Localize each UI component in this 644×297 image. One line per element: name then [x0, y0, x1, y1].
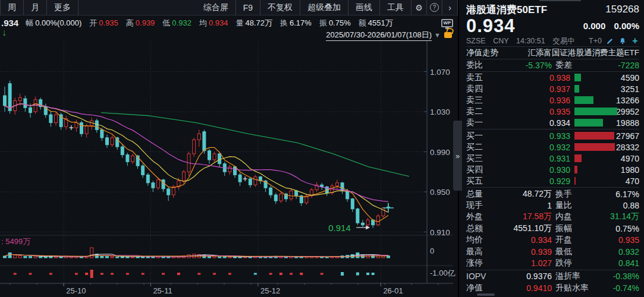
stat-value: 1 [497, 201, 552, 210]
edit-pencil-icon[interactable] [606, 37, 614, 45]
wencai-wp-icon[interactable]: WP [441, 19, 453, 27]
ask-row[interactable]: 卖四0.9373251 [466, 83, 639, 94]
chevron-down-icon[interactable]: ▼ [434, 31, 441, 39]
quote-time: 14:30:51 [516, 37, 545, 45]
svg-text:26-01: 26-01 [383, 286, 403, 295]
security-name: 港股通消费50ETF [466, 3, 547, 17]
toolbar-button-更多[interactable]: 更多 [47, 0, 78, 15]
toolbar-button-画线[interactable]: 画线 [348, 0, 380, 15]
quote-info-bar: .934 幅0.00%(0.000)开0.935高0.939低0.932均0.9… [0, 16, 458, 30]
range-bar: ↓ 2025/07/30-2026/01/07(108日) ▼ [0, 30, 458, 40]
stat-row: 总额4551.10万振幅0.75% [466, 223, 639, 234]
stat-label: 最低 [552, 247, 599, 257]
add-to-watchlist-icon[interactable]: + [631, 37, 639, 45]
bid-price: 0.933 [491, 131, 570, 141]
bid-row[interactable]: 买二0.93228332 [466, 141, 639, 153]
ask-levels: 卖五0.9384590卖四0.9373251卖三0.93613266卖二0.93… [466, 72, 639, 128]
info-field-额: 额4551万 [359, 18, 393, 29]
stat-value: 48.72万 [497, 189, 552, 200]
collapse-panel-handle[interactable]: » [453, 121, 462, 191]
svg-text:0: 0 [430, 247, 434, 255]
info-field-value: 0.00%(0.000) [35, 18, 81, 27]
info-field-开: 开0.935 [89, 18, 118, 29]
info-field-label: 低 [162, 18, 170, 29]
stat-row: 最高0.939最低0.932 [466, 246, 639, 257]
date-range-selector[interactable]: 2025/07/30-2026/01/07(108日) [326, 30, 432, 41]
settings-gear-icon[interactable]: ⚙ [411, 0, 427, 15]
ask-row[interactable]: 卖一0.93419888 [466, 117, 639, 128]
ask-row[interactable]: 卖三0.93613266 [466, 94, 639, 106]
stat-value: 17.58万 [497, 211, 552, 222]
nav-stats-grid: IOPV0.9376溢折率-0.38%净值0.9410升贴水率-0.74% [466, 271, 639, 294]
toolbar-button-工具[interactable]: 工具 [380, 0, 411, 15]
info-field-量: 量48.72万 [235, 18, 272, 29]
stat-value: 31.14万 [599, 211, 639, 222]
info-field-低: 低0.932 [162, 18, 191, 29]
toolbar-button-不复权[interactable]: 不复权 [260, 0, 300, 15]
stat-label: 外盘 [466, 211, 497, 222]
ask-row[interactable]: 卖二0.93529952 [466, 106, 639, 117]
stat-value: 0.939 [497, 247, 552, 257]
stat-value: 0.9376 [497, 271, 552, 281]
infobar-price: .934 [1, 18, 18, 28]
bid-volume-bar [574, 132, 614, 140]
stat-label: 净值 [466, 283, 497, 293]
stat-row: 现手1量比0.88 [466, 200, 639, 211]
toolbar-button-周[interactable]: 周 [0, 0, 24, 15]
ask-label: 卖二 [466, 106, 491, 117]
info-field-均: 均0.934 [199, 18, 228, 29]
nav-fund-row[interactable]: 净值走势 汇添富国证港股通消费主题ETF [466, 47, 639, 59]
trading-status: 交易中 [552, 37, 575, 45]
stat-value: -0.74% [599, 283, 639, 293]
tool-menu: 综合屏F9不复权超级叠加画线工具⚙?› [196, 0, 458, 15]
kline-chart[interactable]: 1.0701.0300.9900.9500.91025-1025-1125-12… [0, 0, 458, 297]
quote-panel: 港股通消费50ETF 159268 0.934 0.000 0.00% SZSE… [458, 0, 644, 297]
info-field-换: 换6.17% [280, 18, 312, 29]
stats-grid: 总量48.72万换手6.17%现手1量比0.88外盘17.58万内盘31.14万… [466, 188, 639, 269]
weicha-value: -7228 [598, 61, 639, 70]
bid-row[interactable]: 买四0.9301980 [466, 164, 639, 175]
toolbar-button-综合屏[interactable]: 综合屏 [196, 0, 236, 15]
toolbar-button-F9[interactable]: F9 [236, 0, 260, 15]
info-field-value: 6.17% [290, 18, 312, 27]
stat-label: 跌停 [552, 258, 599, 268]
stat-row: 外盘17.58万内盘31.14万 [466, 211, 639, 223]
svg-text:25-12: 25-12 [260, 286, 280, 295]
svg-text:-1.00亿: -1.00亿 [430, 268, 455, 277]
bid-label: 买三 [466, 153, 491, 164]
scrollbar-thumb[interactable] [477, 293, 495, 296]
ask-row[interactable]: 卖五0.9384590 [466, 72, 639, 83]
ask-label: 卖三 [466, 95, 491, 106]
ask-price: 0.937 [491, 84, 570, 94]
ask-price: 0.934 [491, 118, 570, 128]
t0-badge: T+0 [589, 37, 602, 45]
chevron-right-icon[interactable]: › [442, 0, 458, 15]
info-field-value: 0.934 [209, 18, 228, 27]
info-field-label: 幅 [26, 18, 33, 29]
toolbar-button-超级叠加[interactable]: 超级叠加 [300, 0, 348, 15]
info-field-高: 高0.939 [126, 18, 155, 29]
weibi-label: 委比 [466, 60, 496, 71]
unlock-icon[interactable] [444, 32, 452, 38]
market-meta: SZSE CNY 14:30:51 交易中 [466, 36, 580, 46]
bid-row[interactable]: 买五0.929470 [466, 175, 639, 187]
help-icon[interactable]: ? [427, 0, 442, 15]
info-field-label: 振 [319, 18, 327, 29]
bid-row[interactable]: 买一0.93327967 [466, 130, 639, 141]
stat-label: 内盘 [552, 211, 599, 222]
bid-row[interactable]: 买三0.9314970 [466, 153, 639, 164]
svg-text:25-10: 25-10 [66, 286, 86, 295]
stat-label: 均价 [466, 235, 497, 245]
bid-label: 买二 [466, 142, 491, 153]
ask-volume-bar [574, 85, 579, 93]
nav-trend-label: 净值走势 [466, 48, 498, 58]
info-field-label: 额 [359, 18, 366, 29]
alert-bell-icon[interactable] [618, 37, 627, 45]
info-field-label: 换 [280, 18, 288, 29]
currency: CNY [493, 37, 508, 45]
stat-row: 总量48.72万换手6.17% [466, 188, 639, 200]
bid-price: 0.932 [491, 143, 570, 152]
toolbar-button-月[interactable]: 月 [24, 0, 47, 15]
change-pct: 0.00% [614, 21, 639, 31]
svg-text:1.070: 1.070 [430, 68, 450, 77]
